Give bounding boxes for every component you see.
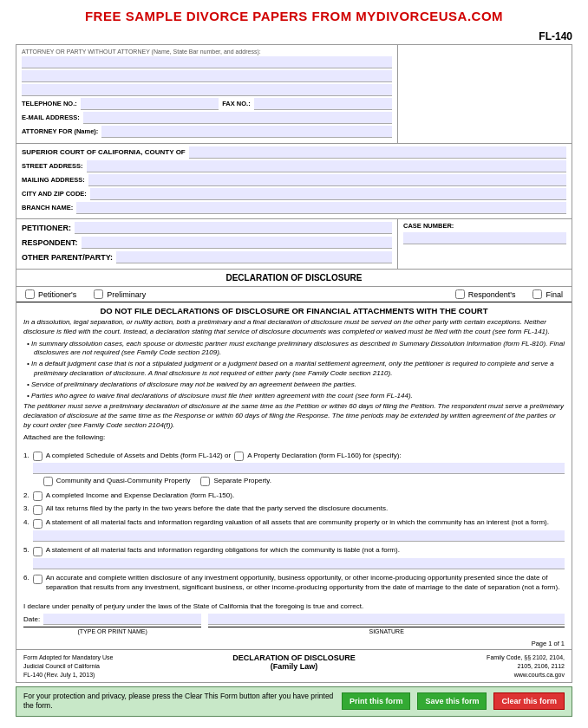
preliminary-label: Preliminary [107, 290, 146, 299]
action-text: For your protection and privacy, please … [23, 692, 335, 711]
print-button[interactable]: Print this form [342, 692, 411, 710]
item2-checkbox[interactable] [33, 491, 42, 501]
top-section: ATTORNEY OR PARTY WITHOUT ATTORNEY (Name… [16, 45, 572, 144]
item1-separate-checkbox[interactable] [200, 477, 210, 486]
item5-input[interactable] [33, 558, 565, 569]
warning-para1: In a dissolution, legal separation, or n… [23, 318, 565, 337]
form-number: FL-140 [0, 29, 588, 44]
petitioners-label: Petitioner's [38, 290, 76, 299]
fax-input[interactable] [254, 98, 392, 110]
item1-specify-input[interactable] [33, 463, 565, 474]
parties-section: PETITIONER: RESPONDENT: OTHER PARENT/PAR… [16, 219, 572, 270]
case-number-input[interactable] [403, 232, 566, 244]
tel-label: TELEPHONE NO.: [22, 98, 77, 110]
item1-checkbox[interactable] [33, 452, 42, 461]
petitioner-label: PETITIONER: [22, 224, 71, 232]
petitioner-row: PETITIONER: [22, 222, 392, 234]
telephone-input[interactable] [81, 98, 219, 110]
item4-checkbox[interactable] [33, 519, 42, 529]
date-input[interactable] [43, 614, 201, 625]
street-row: STREET ADDRESS: [22, 160, 566, 172]
attorney-address-input[interactable] [22, 70, 392, 82]
item1b-checkbox[interactable] [234, 452, 244, 461]
petitioners-checkbox[interactable] [25, 289, 35, 299]
attorney-address2-input[interactable] [22, 84, 392, 96]
signature-input[interactable] [208, 614, 565, 625]
bullet1: • In summary dissolution cases, each spo… [23, 340, 565, 359]
action-bar: For your protection and privacy, please … [16, 686, 572, 716]
mailing-input[interactable] [88, 174, 566, 186]
header-title: FREE SAMPLE DIVORCE PAPERS FROM MYDIVORC… [85, 9, 503, 23]
date-sig-row: Date: (TYPE OR PRINT NAME) SIGNATURE [23, 614, 565, 634]
final-checkbox[interactable] [532, 289, 542, 299]
type-print-label: (TYPE OR PRINT NAME) [23, 627, 201, 634]
respondents-label: Respondent's [468, 290, 516, 299]
tel-fax-row: TELEPHONE NO.: FAX NO.: [22, 98, 392, 110]
page-number: Page 1 of 1 [16, 638, 572, 649]
list-item: 2. A completed Income and Expense Declar… [23, 491, 565, 501]
footer-right: Family Code, §§ 2102, 2104, 2105, 2106, … [384, 653, 565, 679]
court-box [398, 45, 572, 143]
petitioner-input[interactable] [75, 222, 392, 234]
parties-left: PETITIONER: RESPONDENT: OTHER PARENT/PAR… [16, 219, 398, 269]
date-label: Date: [23, 615, 40, 623]
bullet4: • Parties who agree to waive final decla… [23, 392, 565, 401]
respondents-checkbox-item: Respondent's [455, 289, 516, 299]
court-label: SUPERIOR COURT OF CALIFORNIA, COUNTY OF [22, 146, 186, 159]
footer-left: Form Adopted for Mandatory Use Judicial … [23, 653, 204, 679]
bullet3: • Service of preliminary declarations of… [23, 380, 565, 390]
city-input[interactable] [90, 188, 566, 200]
street-input[interactable] [87, 160, 566, 172]
warning-section: DO NOT FILE DECLARATIONS OF DISCLOSURE O… [16, 302, 572, 449]
respondent-input[interactable] [82, 237, 392, 249]
form-container: ATTORNEY OR PARTY WITHOUT ATTORNEY (Name… [16, 44, 572, 683]
final-checkbox-item: Final [532, 289, 563, 299]
item3-checkbox[interactable] [33, 505, 42, 515]
preliminary-checkbox[interactable] [94, 289, 103, 299]
branch-label: BRANCH NAME: [22, 202, 73, 214]
list-item: 3. All tax returns filed by the party in… [23, 504, 565, 515]
attorney-box: ATTORNEY OR PARTY WITHOUT ATTORNEY (Name… [16, 45, 398, 143]
court-info-section: SUPERIOR COURT OF CALIFORNIA, COUNTY OF … [16, 144, 572, 219]
parties-right: CASE NUMBER: [398, 219, 572, 269]
numbered-list: 1. A completed Schedule of Assets and De… [16, 449, 572, 599]
footer-section: Form Adopted for Mandatory Use Judicial … [16, 649, 572, 682]
signature-label: SIGNATURE [208, 627, 565, 634]
fax-label: FAX NO.: [222, 98, 251, 110]
respondent-row: RESPONDENT: [22, 237, 392, 249]
street-label: STREET ADDRESS: [22, 160, 83, 172]
warning-title: DO NOT FILE DECLARATIONS OF DISCLOSURE O… [23, 306, 565, 315]
respondent-label: RESPONDENT: [22, 238, 78, 247]
case-number-label: CASE NUMBER: [403, 222, 566, 230]
attorney-for-input[interactable] [101, 126, 392, 138]
court-name-row: SUPERIOR COURT OF CALIFORNIA, COUNTY OF [22, 146, 566, 159]
attorney-label: ATTORNEY OR PARTY WITHOUT ATTORNEY (Name… [22, 49, 392, 55]
declare-section: I declare under penalty of perjury under… [16, 599, 572, 638]
respondents-checkbox[interactable] [455, 289, 465, 299]
declaration-header: DECLARATION OF DISCLOSURE [16, 270, 572, 287]
other-party-input[interactable] [116, 251, 392, 263]
item1-community-checkbox[interactable] [43, 477, 53, 486]
declare-text: I declare under penalty of perjury under… [23, 602, 565, 610]
mailing-row: MAILING ADDRESS: [22, 174, 566, 186]
court-county-input[interactable] [189, 146, 566, 159]
email-label: E-MAIL ADDRESS: [22, 112, 80, 124]
branch-input[interactable] [76, 202, 566, 214]
city-row: CITY AND ZIP CODE: [22, 188, 566, 200]
save-button[interactable]: Save this form [417, 692, 487, 710]
sig-box: SIGNATURE [208, 614, 565, 634]
checkboxes-row: Petitioner's Preliminary Respondent's Fi… [16, 287, 572, 302]
mailing-label: MAILING ADDRESS: [22, 174, 85, 186]
list-item: 6. An accurate and complete written disc… [23, 574, 565, 593]
item6-checkbox[interactable] [33, 575, 42, 584]
item5-checkbox[interactable] [33, 547, 42, 556]
footer-center: DECLARATION OF DISCLOSURE (Family Law) [204, 653, 384, 671]
preliminary-checkbox-item: Preliminary [94, 289, 146, 299]
attorney-name-input[interactable] [22, 56, 392, 68]
item4-input[interactable] [33, 530, 565, 542]
email-row: E-MAIL ADDRESS: [22, 112, 392, 124]
clear-button[interactable]: Clear this form [493, 692, 565, 710]
attorney-for-row: ATTORNEY FOR (Name): [22, 126, 392, 138]
bullet2: • In a default judgment case that is not… [23, 360, 565, 379]
email-input[interactable] [83, 112, 392, 124]
